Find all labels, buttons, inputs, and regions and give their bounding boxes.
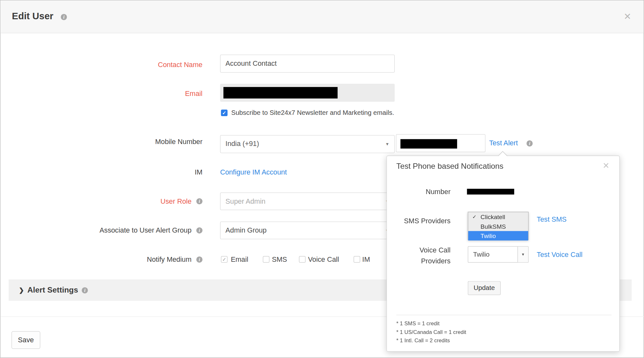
chevron-right-icon: ❯ bbox=[19, 286, 24, 294]
credit-note: * 1 SMS = 1 credit bbox=[396, 320, 466, 328]
contact-name-label: Contact Name bbox=[41, 61, 202, 69]
im-label: IM bbox=[41, 168, 202, 177]
sms-option-clickatell[interactable]: ✓ Clickatell bbox=[468, 212, 528, 221]
sms-option-twilio[interactable]: Twilio bbox=[468, 231, 528, 240]
mobile-number-input[interactable] bbox=[396, 134, 485, 152]
sms-providers-label: SMS Providers bbox=[387, 217, 450, 226]
sms-option-label: Twilio bbox=[481, 232, 496, 239]
info-icon[interactable]: i bbox=[61, 14, 67, 20]
redacted-email-value bbox=[223, 87, 338, 98]
update-button[interactable]: Update bbox=[468, 281, 500, 295]
notify-voice-call-label: Voice Call bbox=[308, 256, 339, 264]
user-role-label: User Role i bbox=[41, 197, 202, 206]
alert-group-label: Associate to User Alert Group i bbox=[41, 226, 202, 235]
alert-group-label-text: Associate to User Alert Group bbox=[100, 226, 191, 234]
test-sms-link[interactable]: Test SMS bbox=[537, 216, 567, 224]
alert-group-value: Admin Group bbox=[225, 222, 266, 239]
popover-arrow-fill bbox=[498, 152, 507, 156]
redacted-number-value bbox=[467, 189, 514, 194]
sms-option-label: BulkSMS bbox=[481, 223, 506, 230]
check-icon: ✓ bbox=[222, 257, 227, 263]
select-arrow-icon[interactable]: ▼ bbox=[518, 247, 528, 262]
country-code-value: India (+91) bbox=[225, 135, 259, 153]
save-button[interactable]: Save bbox=[12, 331, 40, 349]
alert-group-select[interactable]: Admin Group ▾ bbox=[220, 222, 395, 239]
email-label: Email bbox=[41, 90, 202, 98]
voice-providers-label-line2: Providers bbox=[387, 257, 450, 266]
user-role-value: Super Admin bbox=[225, 193, 265, 209]
newsletter-checkbox[interactable]: ✓ bbox=[221, 110, 227, 116]
notify-im-label: IM bbox=[362, 256, 370, 264]
info-icon[interactable]: i bbox=[196, 257, 203, 263]
popover-divider bbox=[396, 315, 612, 315]
sms-provider-listbox[interactable]: ✓ Clickatell BulkSMS Twilio bbox=[468, 212, 528, 240]
mobile-number-label-text: Mobile Number bbox=[155, 138, 202, 146]
email-field[interactable] bbox=[220, 84, 395, 102]
alert-settings-label: Alert Settings bbox=[27, 286, 78, 294]
number-label: Number bbox=[387, 188, 450, 196]
test-voice-call-link[interactable]: Test Voice Call bbox=[537, 251, 583, 259]
contact-name-input[interactable] bbox=[220, 55, 395, 72]
configure-im-link[interactable]: Configure IM Account bbox=[220, 168, 287, 177]
notify-medium-label: Notify Medium i bbox=[41, 256, 202, 264]
notify-medium-label-text: Notify Medium bbox=[147, 256, 192, 263]
close-icon[interactable]: ✕ bbox=[624, 12, 631, 22]
credit-notes: * 1 SMS = 1 credit * 1 US/Canada Call = … bbox=[396, 320, 466, 345]
sms-option-bulksms[interactable]: BulkSMS bbox=[468, 222, 528, 231]
mobile-number-label: Mobile Number bbox=[41, 138, 202, 146]
im-label-text: IM bbox=[195, 168, 203, 176]
info-icon[interactable]: i bbox=[527, 141, 533, 147]
close-icon[interactable]: ✕ bbox=[603, 160, 609, 170]
popover-title: Test Phone based Notifications bbox=[396, 162, 504, 171]
test-alert-link[interactable]: Test Alert bbox=[489, 139, 518, 148]
notify-email-checkbox[interactable]: ✓ bbox=[221, 256, 227, 262]
notify-sms-checkbox[interactable] bbox=[263, 256, 269, 262]
voice-provider-value: Twilio bbox=[473, 247, 490, 262]
modal-header: Edit User i ✕ bbox=[0, 0, 643, 33]
newsletter-label: Subscribe to Site24x7 Newsletter and Mar… bbox=[231, 109, 394, 117]
credit-note: * 1 Intl. Call = 2 credits bbox=[396, 337, 466, 345]
user-role-select[interactable]: Super Admin ▾ bbox=[220, 192, 395, 210]
contact-name-label-text: Contact Name bbox=[158, 61, 203, 68]
check-icon: ✓ bbox=[222, 110, 227, 116]
check-icon: ✓ bbox=[472, 212, 476, 221]
credit-note: * 1 US/Canada Call = 1 credit bbox=[396, 328, 466, 337]
email-label-text: Email bbox=[185, 90, 202, 98]
user-role-label-text: User Role bbox=[161, 197, 192, 205]
info-icon[interactable]: i bbox=[196, 198, 203, 204]
voice-providers-label-line1: Voice Call bbox=[387, 246, 450, 255]
page-title: Edit User bbox=[12, 11, 53, 22]
notify-voice-call-checkbox[interactable] bbox=[299, 256, 305, 262]
sms-option-label: Clickatell bbox=[481, 213, 505, 220]
edit-user-modal: Edit User i ✕ Contact Name Email ✓ Subsc… bbox=[0, 0, 644, 358]
redacted-mobile-value bbox=[400, 139, 457, 149]
info-icon[interactable]: i bbox=[82, 287, 88, 293]
notify-email-label: Email bbox=[231, 256, 248, 264]
notify-im-checkbox[interactable] bbox=[353, 256, 360, 262]
notify-sms-label: SMS bbox=[272, 256, 287, 264]
voice-provider-select[interactable]: Twilio ▼ bbox=[468, 246, 528, 263]
caret-down-icon: ▾ bbox=[386, 135, 389, 153]
test-notifications-popover: Test Phone based Notifications ✕ Number … bbox=[387, 156, 620, 352]
info-icon[interactable]: i bbox=[196, 227, 203, 234]
country-code-select[interactable]: India (+91) ▾ bbox=[220, 135, 395, 153]
